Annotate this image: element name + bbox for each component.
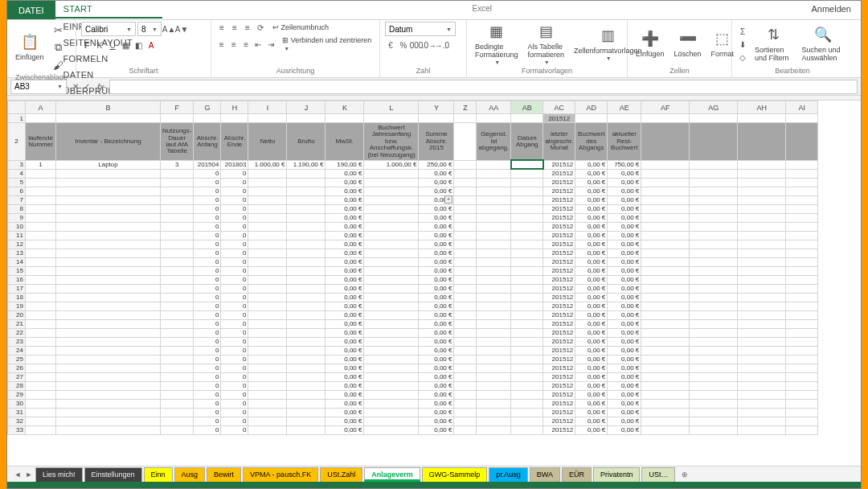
cell[interactable]	[690, 293, 738, 302]
cell[interactable]: 0,00 €	[575, 195, 608, 204]
cell[interactable]: 201512	[543, 213, 575, 222]
cell[interactable]: 1	[26, 160, 56, 169]
cell[interactable]	[477, 319, 511, 328]
cell[interactable]	[511, 257, 543, 266]
cell[interactable]: 0,00 €	[326, 399, 364, 408]
cell[interactable]	[364, 169, 419, 178]
cell[interactable]	[248, 178, 287, 187]
cell[interactable]	[161, 195, 194, 204]
cell[interactable]: 0,00 €	[326, 381, 364, 390]
cell[interactable]	[641, 213, 690, 222]
cell[interactable]	[575, 114, 608, 123]
cell[interactable]	[194, 114, 221, 123]
cell[interactable]	[248, 390, 287, 399]
cell[interactable]	[287, 169, 326, 178]
cell[interactable]	[26, 408, 56, 417]
cell[interactable]	[690, 310, 738, 319]
cell[interactable]	[641, 114, 690, 123]
cell[interactable]: 0,00 €	[608, 195, 641, 204]
fx-icon[interactable]: fx	[97, 82, 104, 92]
cell[interactable]: 0,00 €	[608, 293, 641, 302]
sheet-tab-liesmich[interactable]: Lies mich!	[35, 467, 83, 482]
cell[interactable]: 0,00 €	[575, 204, 608, 213]
cell[interactable]	[786, 328, 818, 337]
cell[interactable]: 0,00 €	[608, 310, 641, 319]
cell[interactable]	[738, 114, 786, 123]
worksheet-area[interactable]: + ABFGHIJKLYZAAABACADAEAFAGAHAI12015122l…	[7, 101, 861, 483]
cell[interactable]	[248, 408, 287, 417]
cell[interactable]	[641, 257, 690, 266]
cell[interactable]	[26, 355, 56, 364]
cell[interactable]: 0,00 €	[419, 417, 454, 425]
cell[interactable]	[786, 372, 818, 381]
cell[interactable]	[786, 408, 818, 417]
cell[interactable]	[26, 302, 56, 310]
cell[interactable]	[248, 204, 287, 213]
cell[interactable]	[454, 160, 477, 169]
cell[interactable]: 0,00 €	[608, 399, 641, 408]
cell[interactable]	[641, 266, 690, 275]
cell[interactable]: 0,00 €	[326, 195, 364, 204]
cell[interactable]	[454, 390, 477, 399]
cell[interactable]	[56, 399, 161, 408]
cell[interactable]: 0,00 €	[419, 169, 454, 178]
font-size-select[interactable]: 8▼	[137, 22, 162, 36]
delete-cells-button[interactable]: ➖Löschen	[671, 30, 705, 59]
file-tab[interactable]: DATEI	[7, 1, 55, 19]
cell[interactable]: 0	[194, 275, 221, 284]
cell[interactable]	[454, 328, 477, 337]
cell[interactable]	[364, 408, 419, 417]
row-header[interactable]: 7	[8, 195, 26, 204]
cell[interactable]	[511, 399, 543, 408]
spreadsheet-grid[interactable]: ABFGHIJKLYZAAABACADAEAFAGAHAI12015122lau…	[7, 101, 818, 435]
cell[interactable]	[364, 355, 419, 364]
cell[interactable]	[477, 408, 511, 417]
cell[interactable]	[641, 310, 690, 319]
cell[interactable]: 0,00 €	[419, 408, 454, 417]
dec-decimal-icon[interactable]: →.0	[436, 39, 448, 51]
cell[interactable]	[690, 381, 738, 390]
cell[interactable]	[161, 204, 194, 213]
cell[interactable]	[477, 355, 511, 364]
cell[interactable]	[641, 275, 690, 284]
cell[interactable]: 0	[221, 231, 248, 240]
inc-decimal-icon[interactable]: .0→	[424, 39, 435, 51]
cell[interactable]	[786, 390, 818, 399]
cell[interactable]	[26, 114, 56, 123]
cell[interactable]	[786, 337, 818, 346]
cell[interactable]	[477, 231, 511, 240]
cell[interactable]: 201512	[543, 275, 575, 284]
cell[interactable]: 201512	[543, 249, 575, 257]
cell[interactable]	[248, 310, 287, 319]
cell[interactable]: 0,00 €	[575, 213, 608, 222]
col-header-AA[interactable]: AA	[477, 101, 511, 114]
grow-font-icon[interactable]: A▲	[163, 23, 174, 35]
cell[interactable]	[26, 372, 56, 381]
sheet-tab-einstellungen[interactable]: Einstellungen	[84, 467, 142, 482]
wrap-text-button[interactable]: ↩ Zeilenumbruch	[272, 23, 329, 31]
cell[interactable]	[738, 240, 786, 249]
cell[interactable]	[690, 372, 738, 381]
cell[interactable]	[287, 408, 326, 417]
cell[interactable]	[161, 328, 194, 337]
cell[interactable]	[738, 160, 786, 169]
cell[interactable]	[26, 293, 56, 302]
fill-color-icon[interactable]: ◧	[133, 39, 144, 51]
cell[interactable]	[477, 372, 511, 381]
cell[interactable]	[477, 275, 511, 284]
cell[interactable]	[454, 417, 477, 425]
cell[interactable]: 0,00 €	[608, 425, 641, 434]
cell[interactable]: 0,00 €	[419, 222, 454, 231]
cell[interactable]	[287, 178, 326, 187]
cell[interactable]	[786, 160, 818, 169]
cell[interactable]	[454, 310, 477, 319]
cell[interactable]: 0	[194, 169, 221, 178]
cell[interactable]: 201512	[543, 169, 575, 178]
row-header[interactable]: 33	[8, 425, 26, 434]
cell[interactable]	[454, 346, 477, 355]
cell[interactable]: 0,00 €	[419, 346, 454, 355]
indent-dec-icon[interactable]: ⇤	[253, 39, 264, 50]
cell[interactable]: 0,00 €	[608, 328, 641, 337]
cell[interactable]	[161, 231, 194, 240]
enter-icon[interactable]: ✓	[81, 81, 92, 92]
